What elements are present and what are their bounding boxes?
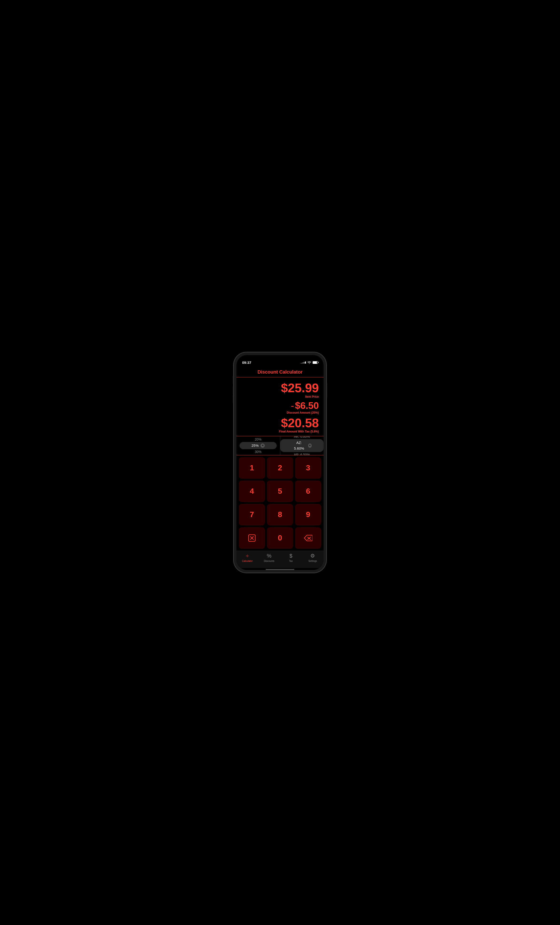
key-7[interactable]: 7 [239,504,265,526]
tab-settings[interactable]: ⚙ Settings [302,553,324,562]
key-9[interactable]: 9 [295,504,321,526]
key-2[interactable]: 2 [267,457,293,479]
battery-icon [312,361,318,364]
backspace-icon [304,535,312,541]
discount-value: $6.50 [295,400,319,411]
key-backspace[interactable] [295,527,321,549]
key-0[interactable]: 0 [267,527,293,549]
status-bar: 09:37 [236,355,324,366]
status-icons [301,361,318,364]
item-price-value: $25.99 [241,381,319,395]
dynamic-island [266,357,294,366]
signal-icon [301,362,306,364]
tax-close-icon[interactable]: ✕ [308,443,312,448]
tab-settings-label: Settings [308,560,317,562]
tab-discounts[interactable]: % Discounts [258,553,280,562]
display-area: $25.99 Item Price - $6.50 Discount Amoun… [236,377,324,436]
key-1[interactable]: 1 [239,457,265,479]
discount-below: 30% [255,449,261,454]
tab-tax-label: Tax [289,560,293,562]
tab-bar: ÷ Calculator % Discounts $ Tax ⚙ Setting… [236,551,324,568]
discount-above: 20% [255,437,261,442]
phone-frame: 09:37 [234,352,326,572]
settings-icon: ⚙ [310,553,315,559]
app-content: Discount Calculator $25.99 Item Price - … [236,366,324,570]
key-4[interactable]: 4 [239,481,265,502]
app-title: Discount Calculator [236,366,324,377]
final-label: Final Amount With Tax (5.6%) [241,430,319,433]
final-value: $20.58 [241,416,319,430]
discounts-icon: % [267,553,272,559]
keypad: 1 2 3 4 5 6 7 8 9 0 [236,455,324,551]
discount-picker[interactable]: 20% 25% ✕ 30% [236,436,280,455]
key-clear[interactable] [239,527,265,549]
clear-icon [248,534,256,542]
discount-row: - $6.50 Discount Amount (25%) [241,400,319,414]
tax-picker[interactable]: AK: 0.00% AZ: 5.60% ✕ AR: 6.50% [280,436,324,455]
phone-screen: 09:37 [236,355,324,570]
tab-tax[interactable]: $ Tax [280,553,302,562]
discount-selected[interactable]: 25% ✕ [240,442,277,449]
key-6[interactable]: 6 [295,481,321,502]
tax-selected[interactable]: AZ: 5.60% ✕ [280,439,324,452]
tax-below: AR: 6.50% [294,452,310,455]
key-5[interactable]: 5 [267,481,293,502]
discount-minus: - [291,400,294,411]
final-row: $20.58 Final Amount With Tax (5.6%) [241,416,319,433]
status-time: 09:37 [242,360,251,365]
calculator-icon: ÷ [246,553,249,559]
tax-above: AK: 0.00% [294,436,310,439]
item-price-row: $25.99 Item Price [241,381,319,398]
tab-calculator-label: Calculator [242,560,253,562]
tab-discounts-label: Discounts [264,560,274,562]
key-3[interactable]: 3 [295,457,321,479]
wifi-icon [307,361,311,364]
key-8[interactable]: 8 [267,504,293,526]
tab-calculator[interactable]: ÷ Calculator [236,553,258,562]
tax-icon: $ [290,553,293,559]
item-price-label: Item Price [241,395,319,398]
home-indicator [266,569,294,570]
pickers-row: 20% 25% ✕ 30% AK: 0.00% AZ: 5.60% ✕ AR: … [236,436,324,455]
discount-close-icon[interactable]: ✕ [260,443,265,448]
discount-label: Discount Amount (25%) [241,411,319,414]
